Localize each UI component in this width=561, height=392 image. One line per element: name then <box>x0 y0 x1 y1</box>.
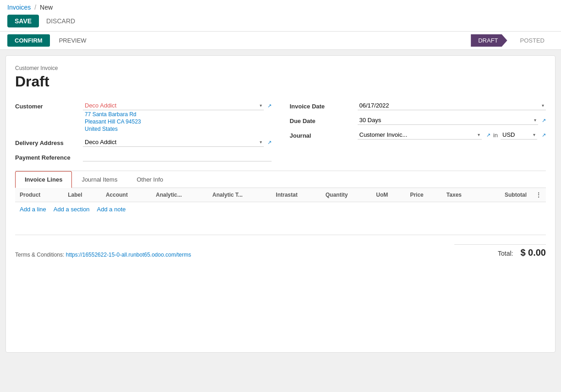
currency-external-link-icon[interactable]: ↗ <box>542 132 546 138</box>
terms-text: Terms & Conditions: https://16552622-15-… <box>15 252 191 258</box>
th-intrastat: Intrastat <box>271 188 321 202</box>
payment-reference-input[interactable] <box>83 152 272 161</box>
tab-journal-items-label: Journal Items <box>82 176 117 183</box>
status-bar: CONFIRM PREVIEW DRAFT POSTED <box>0 32 561 50</box>
tab-invoice-lines-label: Invoice Lines <box>25 176 62 183</box>
tab-journal-items[interactable]: Journal Items <box>72 171 127 188</box>
tab-other-info[interactable]: Other Info <box>127 171 173 188</box>
table-header-row: Product Label Account Analytic... Analyt… <box>15 188 546 202</box>
journal-dropdown-icon[interactable]: ▾ <box>478 132 480 137</box>
journal-input[interactable] <box>359 131 478 138</box>
currency-input[interactable] <box>502 131 533 138</box>
delivery-address-value: ▾ ↗ <box>83 138 272 147</box>
customer-dropdown-icon[interactable]: ▾ <box>260 103 262 108</box>
status-pipeline: DRAFT POSTED <box>471 34 554 47</box>
confirm-button[interactable]: CONFIRM <box>7 34 50 47</box>
add-actions: Add a line Add a section Add a note <box>15 202 546 216</box>
add-note-button[interactable]: Add a note <box>97 206 126 213</box>
total-section: Total: $ 0.00 <box>454 241 546 258</box>
breadcrumb-separator: / <box>34 4 36 11</box>
payment-reference-label: Payment Reference <box>15 152 79 161</box>
status-bar-left: CONFIRM PREVIEW <box>7 34 90 47</box>
save-button[interactable]: SAVE <box>7 15 39 27</box>
customer-address-line1: 77 Santa Barbara Rd <box>85 111 272 118</box>
due-date-row: Due Date ▾ ↗ <box>290 116 546 125</box>
th-analytic: Analytic... <box>151 188 207 202</box>
total-label: Total: <box>498 250 513 257</box>
status-step-draft-label: DRAFT <box>478 37 498 44</box>
th-subtotal: Subtotal <box>481 188 531 202</box>
journal-currency-label: in <box>493 132 498 139</box>
due-date-value: ▾ ↗ <box>358 116 546 125</box>
customer-label: Customer <box>15 101 79 110</box>
breadcrumb: Invoices / New <box>7 4 554 11</box>
th-account: Account <box>101 188 151 202</box>
due-date-external-link-icon[interactable]: ↗ <box>542 118 546 124</box>
tab-other-info-label: Other Info <box>136 176 163 183</box>
currency-dropdown-icon[interactable]: ▾ <box>533 132 535 137</box>
add-line-button[interactable]: Add a line <box>20 206 46 213</box>
add-section-button[interactable]: Add a section <box>54 206 90 213</box>
journal-label: Journal <box>290 130 354 139</box>
action-bar: SAVE DISCARD <box>7 15 554 27</box>
th-analytic-t: Analytic T... <box>208 188 272 202</box>
customer-name-input[interactable] <box>85 102 260 109</box>
customer-address-line3: United States <box>85 126 272 132</box>
form-grid: Customer ▾ ↗ 77 Santa Barbara Rd Pleasan… <box>15 101 546 161</box>
status-step-posted-label: POSTED <box>520 37 545 44</box>
th-label: Label <box>63 188 101 202</box>
delivery-address-input[interactable] <box>85 139 260 145</box>
customer-name-row: ▾ ↗ <box>83 101 272 110</box>
customer-name-field[interactable]: ▾ <box>83 101 264 110</box>
tabs: Invoice Lines Journal Items Other Info <box>15 171 546 188</box>
journal-external-link-icon[interactable]: ↗ <box>486 132 490 138</box>
discard-button[interactable]: DISCARD <box>43 15 79 27</box>
terms-label: Terms & Conditions: <box>15 252 64 258</box>
payment-reference-value <box>83 152 272 161</box>
customer-value-group: ▾ ↗ 77 Santa Barbara Rd Pleasant Hill CA… <box>83 101 272 132</box>
due-date-dropdown-icon[interactable]: ▾ <box>534 118 536 123</box>
invoice-date-label: Invoice Date <box>290 101 354 110</box>
footer-section: Terms & Conditions: https://16552622-15-… <box>15 235 546 258</box>
due-date-input[interactable] <box>359 117 534 124</box>
journal-field[interactable]: ▾ <box>358 130 482 140</box>
breadcrumb-current: New <box>40 4 53 11</box>
invoice-date-input[interactable] <box>359 102 542 109</box>
due-date-field[interactable]: ▾ <box>358 116 539 125</box>
tabs-container: Invoice Lines Journal Items Other Info P… <box>15 171 546 216</box>
preview-button[interactable]: PREVIEW <box>55 34 90 47</box>
th-product: Product <box>15 188 63 202</box>
journal-value: ▾ ↗ in ▾ ↗ <box>358 130 546 140</box>
journal-row: Journal ▾ ↗ in ▾ ↗ <box>290 130 546 140</box>
status-step-posted[interactable]: POSTED <box>507 34 554 47</box>
total-amount: $ 0.00 <box>520 247 546 258</box>
main-content: Customer Invoice Draft Customer ▾ ↗ 77 S… <box>5 55 556 353</box>
payment-reference-row: Payment Reference <box>15 152 272 161</box>
th-menu[interactable]: ⋮ <box>531 188 546 202</box>
th-taxes: Taxes <box>442 188 481 202</box>
tab-invoice-lines[interactable]: Invoice Lines <box>15 171 72 188</box>
delivery-address-field[interactable]: ▾ <box>83 138 264 147</box>
invoice-date-field[interactable]: ▾ <box>358 101 546 110</box>
form-left: Customer ▾ ↗ 77 Santa Barbara Rd Pleasan… <box>15 101 272 161</box>
th-uom: UoM <box>371 188 405 202</box>
currency-field[interactable]: ▾ <box>501 130 537 140</box>
invoice-date-dropdown-icon[interactable]: ▾ <box>542 103 544 108</box>
th-price: Price <box>405 188 441 202</box>
terms-link[interactable]: https://16552622-15-0-all.runbot65.odoo.… <box>66 252 191 258</box>
status-step-draft[interactable]: DRAFT <box>471 34 507 47</box>
delivery-external-link-icon[interactable]: ↗ <box>267 140 272 145</box>
invoice-date-row: Invoice Date ▾ <box>290 101 546 110</box>
invoice-type-label: Customer Invoice <box>15 65 546 71</box>
breadcrumb-parent[interactable]: Invoices <box>7 4 31 11</box>
customer-external-link-icon[interactable]: ↗ <box>267 103 272 109</box>
th-quantity: Quantity <box>321 188 372 202</box>
invoice-status-title: Draft <box>15 73 546 90</box>
customer-address-line2: Pleasant Hill CA 94523 <box>85 118 272 125</box>
customer-row: Customer ▾ ↗ 77 Santa Barbara Rd Pleasan… <box>15 101 272 132</box>
delivery-dropdown-icon[interactable]: ▾ <box>260 140 262 145</box>
form-right: Invoice Date ▾ Due Date ▾ ↗ <box>290 101 546 161</box>
delivery-address-label: Delivery Address <box>15 138 79 146</box>
invoice-date-value: ▾ <box>358 101 546 110</box>
invoice-table: Product Label Account Analytic... Analyt… <box>15 188 546 202</box>
